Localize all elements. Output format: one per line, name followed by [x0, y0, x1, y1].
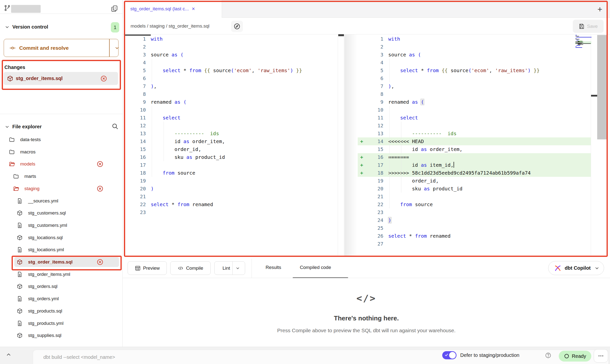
copy-icon[interactable] [111, 5, 118, 12]
code-line: 10 [358, 106, 591, 114]
sidebar-item-stg-locations-yml[interactable]: stg_locations.yml [0, 245, 123, 255]
text-cursor [454, 162, 454, 168]
changed-file-item[interactable]: stg_order_items.sql [4, 72, 118, 85]
tab-compiled-code[interactable]: Compiled code [300, 257, 331, 278]
lineage-compass-icon[interactable] [231, 21, 243, 32]
sidebar-item--sources-yml[interactable]: __sources.yml [0, 196, 123, 206]
line-number: 5 [366, 66, 383, 74]
code-line: 12 [358, 122, 591, 130]
minimap-line [575, 48, 592, 48]
code-line: +14<<<<<<< HEAD [358, 137, 591, 145]
line-number: 1 [126, 35, 146, 43]
left-editor-scrollbar-thumb[interactable] [338, 34, 344, 36]
line-number: 15 [126, 145, 146, 153]
tab-close-icon[interactable]: × [192, 6, 195, 12]
file-label: stg_order_items.sql [28, 259, 73, 265]
right-editor-scrollbar-thumb[interactable] [597, 35, 607, 139]
sidebar-item-stg-customers-yml[interactable]: stg_customers.yml [0, 220, 123, 231]
lint-button[interactable]: Lint [214, 261, 245, 275]
preview-button[interactable]: Preview [128, 261, 167, 275]
code-line: +16======= [358, 153, 591, 161]
line-number: 18 [126, 169, 146, 177]
lint-options-chevron-icon[interactable] [235, 266, 240, 271]
code-line: 1with [124, 35, 338, 43]
tab-results[interactable]: Results [266, 257, 281, 278]
editor-pane-original[interactable]: 1with23source as (45 select * from {{ so… [124, 35, 338, 216]
line-number: 23 [126, 208, 146, 216]
button-divider [232, 262, 233, 275]
chevron-up-icon[interactable] [5, 351, 12, 358]
indent-guide [389, 106, 390, 208]
diff-added-icon: + [360, 161, 363, 169]
sidebar-item-data-tests[interactable]: data-tests [0, 134, 123, 145]
code-line: 15 order_id, [124, 145, 338, 153]
save-label: Save [587, 24, 598, 29]
discard-change-icon[interactable] [97, 161, 103, 167]
cube-icon [17, 308, 23, 314]
diff-added-icon: + [360, 153, 363, 161]
compile-button[interactable]: Compile [170, 261, 211, 275]
file-label: stg_locations.yml [28, 247, 64, 252]
discard-change-icon[interactable] [97, 259, 103, 265]
sidebar-item-stg-orders-sql[interactable]: stg_orders.sql [0, 281, 123, 292]
dbt-copilot-label: dbt Copilot [565, 265, 591, 271]
code-line: 10 [124, 106, 338, 114]
line-number: 7 [366, 82, 383, 90]
commit-options-chevron-icon[interactable] [112, 39, 122, 57]
sidebar-item-stg-products-yml[interactable]: stg_products.yml [0, 318, 123, 329]
scroll-position-indicator [124, 34, 151, 36]
dbt-copilot-button[interactable]: dbt Copilot [548, 261, 604, 275]
line-number: 22 [366, 200, 383, 208]
left-editor-scrollbar[interactable] [338, 34, 344, 257]
changes-label: Changes [4, 65, 25, 70]
minimap[interactable] [575, 35, 592, 49]
code-line: 7), [124, 82, 338, 90]
discard-change-icon[interactable] [100, 75, 107, 82]
line-number: 19 [366, 177, 383, 185]
sidebar-item-stg-order-items-sql[interactable]: stg_order_items.sql [0, 257, 123, 267]
code-line: 13 ---------- ids [358, 130, 591, 137]
line-number: 8 [126, 90, 146, 98]
editor-pane-merge[interactable]: 1with23source as (45 select * from {{ so… [358, 35, 591, 248]
sidebar-item-macros[interactable]: macros [0, 147, 123, 157]
sidebar-item-stg-order-items-yml[interactable]: stg_order_items.yml [0, 269, 123, 280]
command-input[interactable]: dbt build --select <model_name> [33, 350, 609, 364]
code-text: select [388, 114, 418, 122]
more-options-button[interactable] [594, 349, 608, 363]
code-line: 27 [358, 240, 591, 248]
breadcrumb: models / staging / stg_order_items.sql [131, 18, 209, 34]
search-icon[interactable] [111, 123, 119, 130]
save-button[interactable]: Save [573, 20, 604, 33]
cube-icon [17, 283, 23, 289]
discard-change-icon[interactable] [97, 185, 103, 192]
tab-stg-order-items[interactable]: stg_order_items.sql (last c... × [123, 0, 222, 18]
sidebar-item-stg-customers-sql[interactable]: stg_customers.sql [0, 208, 123, 218]
help-icon[interactable] [545, 352, 551, 359]
results-panel: </> There's nothing here. Press Compile … [123, 278, 610, 347]
chevron-down-icon[interactable] [4, 24, 10, 30]
sidebar-item-stg-locations-sql[interactable]: stg_locations.sql [0, 232, 123, 243]
branch-name-redacted [11, 5, 41, 13]
code-empty-icon: </> [356, 293, 376, 304]
code-line: 21 [358, 193, 591, 200]
dbt-copilot-logo-icon [554, 264, 562, 272]
sidebar-item-stg-orders-yml[interactable]: stg_orders.yml [0, 294, 123, 304]
sidebar-item-models[interactable]: models [0, 159, 123, 169]
defer-toggle[interactable] [442, 351, 457, 359]
sidebar-item-staging[interactable]: staging [0, 183, 123, 194]
line-number: 3 [126, 51, 146, 59]
file-label: stg_locations.sql [28, 235, 63, 240]
command-placeholder: dbt build --select <model_name> [43, 350, 115, 364]
file-label: marts [24, 174, 36, 179]
chevron-down-icon[interactable] [4, 124, 10, 130]
sidebar-item-stg-supplies-sql[interactable]: stg_supplies.sql [0, 330, 123, 341]
line-number: 2 [366, 43, 383, 51]
sidebar: Version control 1 Commit and resolve Cha… [0, 0, 123, 347]
doc-icon [17, 247, 23, 253]
sidebar-item-marts[interactable]: marts [0, 171, 123, 182]
commit-and-resolve-button[interactable]: Commit and resolve [4, 39, 119, 57]
code-text: select * from {{ source('ecom', 'raw_ite… [388, 66, 540, 74]
line-number: 20 [366, 185, 383, 193]
sidebar-item-stg-products-sql[interactable]: stg_products.sql [0, 306, 123, 316]
new-tab-button[interactable]: + [594, 3, 606, 15]
